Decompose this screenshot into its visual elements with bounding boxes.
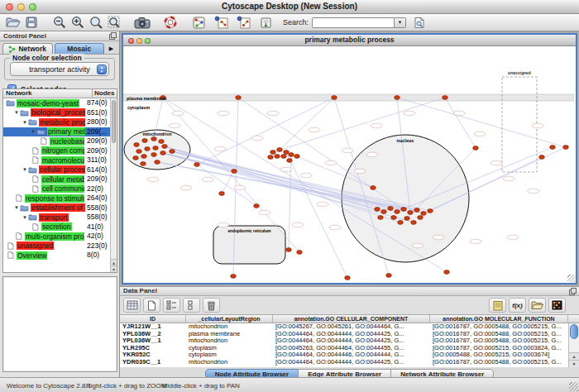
expand-arrow-icon[interactable]: ▼	[22, 167, 27, 172]
open-file-button[interactable]	[4, 15, 22, 30]
tree-item[interactable]: unassigned223(0)	[3, 241, 110, 251]
zoom-fit-icon	[108, 16, 121, 29]
export-snapshot-button[interactable]	[133, 15, 151, 30]
create-attribute-button[interactable]	[143, 298, 160, 313]
close-button[interactable]	[6, 3, 13, 11]
zoom-fit-button[interactable]	[105, 15, 123, 30]
unselect-attributes-button[interactable]	[183, 298, 200, 313]
file-icon	[31, 185, 40, 193]
table-row[interactable]: YKR052Ccytoplasm[GO:0044464, GO:0044446,…	[120, 351, 579, 359]
table-column-header[interactable]: ID	[120, 315, 186, 323]
tree-item-count: 41(0)	[87, 222, 103, 232]
table-column-header[interactable]: annotation.GO CELLULAR_COMPONENT	[273, 315, 430, 323]
svg-text:cytoplasm: cytoplasm	[127, 105, 150, 110]
table-cell: plasma membrane	[186, 331, 273, 338]
dropdown-stepper-icon: ▲▼	[97, 65, 107, 74]
table-cell: [GO:0045263, GO:0044464, GO:0044455, G..…	[273, 345, 430, 352]
tree-item[interactable]: nitrogen compo209(0)	[3, 146, 110, 156]
tab-network[interactable]: Network	[2, 43, 53, 54]
data-panel-title: Data Panel	[123, 287, 157, 294]
tree-scrollbar-thumb[interactable]	[112, 100, 116, 143]
table-column-header[interactable]: _cellularLayoutRegion	[186, 315, 273, 323]
tree-scrollbar[interactable]: ▲ ▼	[110, 98, 117, 272]
zoom-selected-region-button[interactable]	[87, 15, 105, 30]
tree-item[interactable]: ▼establishment of lo558(0)	[3, 203, 110, 213]
tree-item[interactable]: ▼transport558(0)	[3, 213, 110, 222]
tree-item-count: 311(0)	[87, 155, 107, 165]
tree-item-count: 874(0)	[87, 98, 108, 108]
tree-col-nodes[interactable]: Nodes	[92, 89, 117, 98]
tree-item[interactable]: ▼biological_process651(0)	[3, 108, 110, 118]
table-row[interactable]: YPL036W__2plasma membrane[GO:0044464, GO…	[120, 331, 579, 338]
table-column-header[interactable]: annotation.GO MOLECULAR_FUNCTION	[430, 315, 568, 323]
vizmap-edges-button[interactable]	[234, 15, 252, 30]
expand-arrow-icon[interactable]: ▼	[14, 110, 19, 115]
window-resize-grip[interactable]	[569, 382, 578, 391]
zoom-in-button[interactable]	[69, 15, 87, 30]
float-panel-icon[interactable]	[109, 32, 117, 41]
tree-item[interactable]: ▼metabolic process280(0)	[3, 117, 110, 127]
expand-arrow-icon[interactable]: ▼	[22, 215, 27, 220]
tree-col-network[interactable]: Network	[3, 89, 92, 98]
tree-item[interactable]: response to stimulu264(0)	[3, 194, 110, 203]
tab-overflow-button[interactable]: ▶	[106, 43, 117, 54]
folder-icon	[28, 213, 37, 221]
zoom-window-button[interactable]	[29, 3, 36, 11]
network-canvas[interactable]: plasma membranecytoplasmmitochondrionnuc…	[123, 46, 574, 283]
tree-item[interactable]: multi-organism pro42(0)	[3, 232, 110, 241]
save-session-button[interactable]	[22, 15, 41, 30]
select-attributes-button[interactable]	[163, 298, 180, 313]
expand-arrow-icon[interactable]: ▼	[31, 129, 36, 134]
import-attributes-button[interactable]	[529, 298, 546, 313]
scroll-up-icon[interactable]: ▲	[111, 259, 117, 265]
table-row[interactable]: YLR295Ccytoplasm[GO:0045263, GO:0044464,…	[120, 345, 579, 352]
table-scroll-up-icon[interactable]: ▲	[569, 352, 579, 360]
table-scrollbar-thumb[interactable]	[570, 324, 578, 339]
notepad-button[interactable]	[489, 298, 506, 313]
svg-text:plasma membrane: plasma membrane	[127, 96, 166, 101]
control-panel-header: Control Panel	[0, 31, 119, 41]
tree-item[interactable]: ▼primary metabo209(...	[3, 127, 110, 137]
tree-item[interactable]: Overview8(0)	[3, 251, 110, 261]
tree-item[interactable]: secretion41(0)	[3, 222, 110, 232]
network-overview-button[interactable]	[189, 15, 208, 30]
search-dropdown-button[interactable]: ▼	[395, 17, 406, 28]
tree-item[interactable]: nucleobase-209(0)	[3, 136, 110, 146]
tree-item[interactable]: macromolecule311(0)	[3, 155, 110, 165]
tree-item-count: 209(0)	[87, 174, 108, 184]
table-row[interactable]: YDR039C__1mitochondrion[GO:0044464, GO:0…	[120, 359, 579, 366]
minimize-button[interactable]	[17, 3, 25, 11]
frame-minimize-button[interactable]	[136, 38, 142, 44]
attribute-matrix-button[interactable]	[548, 298, 566, 313]
frame-titlebar[interactable]: primary metabolic process	[123, 35, 576, 46]
zoom-out-button[interactable]	[50, 15, 69, 30]
tree-item[interactable]: ▼cellular process614(0)	[3, 165, 110, 175]
delete-attribute-button[interactable]	[203, 298, 220, 313]
tree-item-count: 651(0)	[87, 108, 108, 118]
table-scrollbar[interactable]: ▲ ▼	[568, 323, 579, 367]
attribute-table-button[interactable]	[123, 298, 141, 313]
tree-item[interactable]: cell communicat22(0)	[3, 184, 110, 194]
frame-close-button[interactable]	[128, 38, 134, 44]
birdseye-view-panel[interactable]	[2, 276, 117, 372]
scroll-down-icon[interactable]: ▼	[111, 265, 117, 272]
tree-item[interactable]: mosaic-demo-yeast874(0)	[3, 98, 110, 108]
node-color-dropdown[interactable]: transporter activity ▲▼	[10, 62, 109, 76]
table-row[interactable]: YPL036W__1mitochondrion[GO:0044464, GO:0…	[120, 337, 579, 345]
expand-arrow-icon[interactable]: ▼	[14, 205, 19, 210]
vizmap-nodes-button[interactable]	[212, 15, 230, 30]
plugin-manager-button[interactable]	[256, 15, 275, 30]
svg-text:endoplasmic reticulum: endoplasmic reticulum	[227, 229, 270, 233]
table-scroll-down-icon[interactable]: ▼	[569, 360, 579, 367]
search-input[interactable]	[312, 17, 395, 28]
expand-arrow-icon[interactable]: ▼	[22, 120, 27, 125]
help-button[interactable]	[161, 15, 179, 30]
tab-mosaic[interactable]: Mosaic	[55, 43, 105, 54]
search-options-button[interactable]	[410, 15, 428, 30]
tree-item[interactable]: cellular metabo209(0)	[3, 174, 110, 184]
frame-resize-grip[interactable]	[567, 275, 575, 282]
function-builder-button[interactable]: f(x)	[509, 298, 526, 313]
network-tab-icon	[8, 45, 16, 53]
table-row[interactable]: YJR121W__1mitochondrion[GO:0045267, GO:0…	[120, 323, 579, 331]
frame-zoom-button[interactable]	[145, 38, 151, 44]
